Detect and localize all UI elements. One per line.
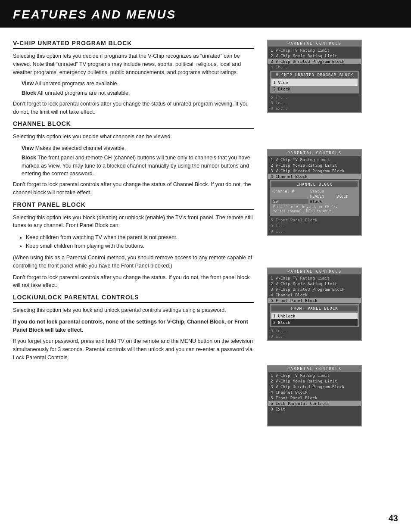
channel-option-block: Block The front panel and remote CH (cha… (22, 154, 254, 178)
section-lock-unlock: Lock/Unlock Parental Controls Selecting … (13, 294, 254, 362)
panel2-channel-table: Channel # Status HEADLN Block 59 Block (271, 189, 358, 204)
panel4-item-5: 5 Front Panel Block (268, 395, 361, 401)
panel2-channel-note: Press ^ or v, keypad, or CH ^/vto set ch… (271, 204, 358, 215)
panel3-item-2: 2 V-Chip Movie Rating Limit (268, 281, 361, 286)
channel-block-desc: The front panel and remote CH (channel) … (22, 155, 250, 177)
panel1-item-6: 6 Lo... (268, 100, 361, 106)
lock-bold-note: If you do not lock parental controls, no… (13, 318, 254, 334)
ch-headln: HEADLN (308, 194, 335, 199)
panel3-wrapper: PARENTAL CONTROLS 1 V-Chip TV Rating Lim… (267, 268, 371, 341)
panel3-menu: 1 V-Chip TV Rating Limit 2 V-Chip Movie … (268, 274, 361, 340)
bullet-1: Keep children from watching TV when the … (26, 233, 254, 242)
lock-note2: If you forget your password, press and h… (13, 337, 254, 361)
panel2-submenu-title: CHANNEL BLOCK (271, 181, 358, 187)
spacer-3 (267, 248, 371, 260)
panel4-item-3: 3 V-Chip Unrated Program Block (268, 384, 361, 389)
spacer-1 (267, 125, 371, 137)
section-title-channel: Channel Block (13, 120, 254, 129)
spacer-2 (267, 137, 371, 149)
page-title: Features and Menus (13, 8, 398, 22)
section-front-panel: Front Panel Block Selecting this option … (13, 201, 254, 290)
panel2-item-3: 3 V-Chip Unrated Program Block (268, 168, 361, 174)
panel2-item-0: 0 E... (268, 228, 361, 234)
panel1-item-4: 4 Ch... (268, 64, 361, 70)
panel1-header: PARENTAL CONTROLS (268, 40, 361, 47)
ch-blockstatus: Block (335, 194, 358, 199)
ch-status-val: Block (308, 199, 358, 204)
panel3-submenu: FRONT PANEL BLOCK 1 Unblock 2 Block (270, 304, 359, 327)
panel3-item-5: 5 Front Panel Block (268, 298, 361, 303)
panel2-header: PARENTAL CONTROLS (268, 150, 361, 156)
panel1: PARENTAL CONTROLS 1 V-Chip TV Rating Lim… (267, 40, 362, 113)
frontpanel-note: Don’t forget to lock parental controls a… (13, 274, 254, 290)
panel3-item-1: 1 V-Chip TV Rating Limit (268, 275, 361, 281)
spacer-4 (267, 260, 371, 268)
panel3-header: PARENTAL CONTROLS (268, 268, 361, 274)
page-header: Features and Menus (0, 0, 411, 28)
vchip-option-view: View All unrated programs are available. (22, 80, 254, 88)
spacer-5 (267, 353, 371, 365)
panel4-item-4: 4 Channel Block (268, 389, 361, 395)
left-column: V-Chip Unrated Program Block Selecting t… (13, 40, 254, 439)
panel3: PARENTAL CONTROLS 1 V-Chip TV Rating Lim… (267, 268, 362, 341)
panel2-item-2: 2 V-Chip Movie Rating Limit (268, 162, 361, 168)
section-vchip-unrated: V-Chip Unrated Program Block Selecting t… (13, 40, 254, 116)
panel4-item-0: 0 Exit (268, 406, 361, 412)
ch-label (271, 194, 308, 199)
channel-view-label: View (22, 145, 34, 151)
panel1-item-5: 5 Fr... (268, 94, 361, 100)
frontpanel-bullets: Keep children from watching TV when the … (26, 233, 254, 250)
panel4-item-6: 6 Lock Parental Controls (268, 401, 361, 406)
panel1-sub-view[interactable]: 1 View (271, 79, 358, 86)
frontpanel-body: Selecting this option lets you block (di… (13, 214, 254, 230)
panel1-wrapper: PARENTAL CONTROLS 1 V-Chip TV Rating Lim… (267, 40, 371, 113)
panel3-item-0: 0 E... (268, 333, 361, 339)
lock-body: Selecting this option lets you lock and … (13, 306, 254, 314)
vchip-block-desc: All unrated programs are not available. (37, 90, 130, 96)
panel2-item-5: 5 Front Panel Block (268, 217, 361, 223)
panel2-wrapper: PARENTAL CONTROLS 1 V-Chip TV Rating Lim… (267, 149, 371, 236)
section-title-vchip: V-Chip Unrated Program Block (13, 40, 254, 49)
frontpanel-paren: (When using this as a Parental Control m… (13, 254, 254, 270)
section-channel-block: Channel Block Selecting this option lets… (13, 120, 254, 196)
panel3-sub-unblock[interactable]: 1 Unblock (271, 313, 358, 319)
channel-option-view: View Makes the selected channel viewable… (22, 144, 254, 152)
content-area: V-Chip Unrated Program Block Selecting t… (0, 40, 411, 439)
panel1-item-3: 3 V-Chip Unrated Program Block (268, 59, 361, 64)
vchip-note: Don’t forget to lock parental controls a… (13, 100, 254, 116)
panel1-menu: 1 V-Chip TV Rating Limit 2 V-Chip Movie … (268, 47, 361, 112)
panel2-item-6: 6 L... (268, 223, 361, 228)
panel2-item-1: 1 V-Chip TV Rating Limit (268, 157, 361, 162)
right-column: PARENTAL CONTROLS 1 V-Chip TV Rating Lim… (267, 40, 371, 439)
vchip-body: Selecting this option lets you decide if… (13, 52, 254, 76)
panel1-submenu-title: V-CHIP UNRATED PROGRAM BLOCK (271, 72, 358, 78)
bullet-2: Keep small children from playing with th… (26, 242, 254, 250)
panel3-sub-block[interactable]: 2 Block (271, 319, 358, 326)
panel2-menu: 1 V-Chip TV Rating Limit 2 V-Chip Movie … (268, 156, 361, 235)
panel1-item-1: 1 V-Chip TV Rating Limit (268, 47, 361, 53)
panel1-sub-block[interactable]: 2 Block (271, 86, 358, 92)
ch-header-status: Status (308, 189, 335, 194)
panel3-item-6: 6 Lo... (268, 328, 361, 333)
channel-view-desc: Makes the selected channel viewable. (35, 145, 126, 151)
section-title-lock: Lock/Unlock Parental Controls (13, 294, 254, 303)
channel-body: Selecting this option lets you decide wh… (13, 133, 254, 141)
panel2-submenu: CHANNEL BLOCK Channel # Status HEADLN Bl… (270, 180, 359, 216)
panel1-item-0: 0 Ex... (268, 106, 361, 111)
panel1-submenu: V-CHIP UNRATED PROGRAM BLOCK 1 View 2 Bl… (270, 71, 359, 93)
vchip-view-desc: All unrated programs are available. (35, 81, 118, 87)
panel3-submenu-title: FRONT PANEL BLOCK (271, 305, 358, 311)
vchip-view-label: View (22, 81, 34, 87)
panel3-item-3: 3 V-Chip Unrated Program Block (268, 286, 361, 292)
section-title-frontpanel: Front Panel Block (13, 201, 254, 210)
panel4-item-2: 2 V-Chip Movie Rating Limit (268, 378, 361, 384)
panel1-item-2: 2 V-Chip Movie Rating Limit (268, 53, 361, 59)
panel4-wrapper: PARENTAL CONTROLS 1 V-Chip TV Rating Lim… (267, 365, 371, 426)
channel-block-label: Block (22, 155, 36, 161)
page-number: 43 (389, 513, 398, 523)
panel3-item-4: 4 Channel Block (268, 292, 361, 298)
panel4-item-1: 1 V-Chip TV Rating Limit (268, 373, 361, 378)
panel4-spacer (268, 412, 361, 425)
vchip-block-label: Block (22, 90, 36, 96)
ch-num-val: 59 (271, 199, 308, 204)
